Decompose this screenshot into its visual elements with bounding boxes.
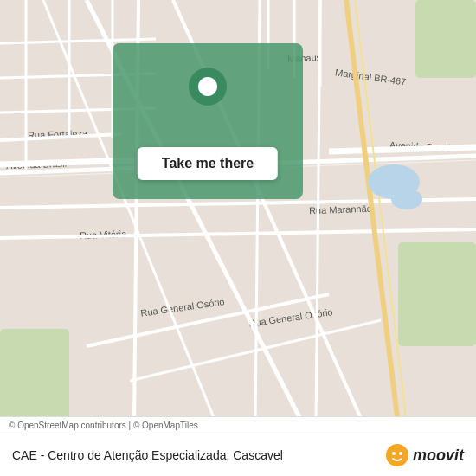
moovit-label: moovit [413,447,464,465]
svg-line-11 [355,0,407,416]
location-highlight: Take me there [113,43,303,199]
take-me-there-button[interactable]: Take me there [138,147,278,180]
svg-rect-28 [398,242,476,346]
svg-point-27 [391,189,422,209]
location-bar: CAE - Centro de Atenção Especializada, C… [0,434,476,476]
app-container: Rua Fortaleza Avenida Brasil Rua Vitória… [0,0,476,476]
bottom-bar: © OpenStreetMap contributors | © OpenMap… [0,416,476,476]
svg-line-4 [0,134,121,140]
svg-line-15 [87,294,329,346]
svg-point-33 [399,452,402,455]
svg-rect-30 [415,0,476,78]
svg-line-10 [346,0,398,416]
svg-point-31 [386,444,408,466]
svg-rect-29 [0,329,69,416]
svg-line-3 [329,147,476,151]
moovit-icon [385,443,409,467]
attribution-text: © OpenStreetMap contributors | © OpenMap… [0,417,476,434]
pin-outer [189,68,227,106]
pin-inner [198,77,217,96]
svg-line-6 [0,229,476,238]
svg-point-32 [392,452,396,455]
moovit-logo: moovit [385,443,464,467]
location-name: CAE - Centro de Atenção Especializada, C… [12,448,283,462]
map-area: Rua Fortaleza Avenida Brasil Rua Vitória… [0,0,476,416]
map-pin [189,68,227,106]
